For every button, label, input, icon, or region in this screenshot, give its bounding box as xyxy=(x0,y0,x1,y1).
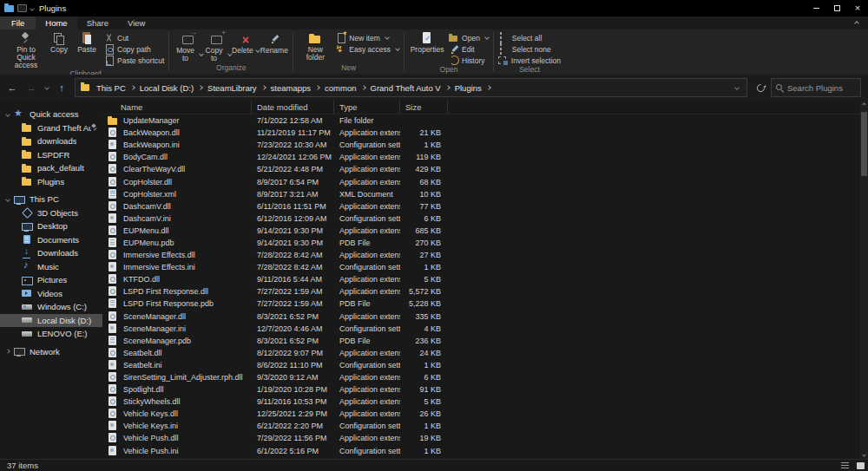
file-row-vehicle-push-dll[interactable]: Vehicle Push.dll7/29/2022 11:56 PMApplic… xyxy=(102,432,868,444)
sidebar-item-videos[interactable]: Videos xyxy=(0,287,102,301)
breadcrumb-expand-button[interactable] xyxy=(314,86,321,89)
sidebar-item-documents[interactable]: Documents xyxy=(0,233,102,247)
file-row-vehicle-keys-ini[interactable]: Vehicle Keys.ini6/21/2022 2:20 PMConfigu… xyxy=(102,420,868,432)
file-row-immersive-effects-ini[interactable]: Immersive Effects.ini7/28/2022 8:42 AMCo… xyxy=(102,261,868,273)
breadcrumb-segment-local-disk-d[interactable]: Local Disk (D:) xyxy=(136,83,197,93)
scrollbar-thumb[interactable] xyxy=(861,112,867,176)
file-row-scenemanager-dll[interactable]: SceneManager.dll8/3/2021 6:52 PMApplicat… xyxy=(102,311,868,323)
file-row-ktfdo-dll[interactable]: KTFDO.dll9/11/2016 5:44 AMApplication ex… xyxy=(102,273,868,285)
file-row-seatbelt-ini[interactable]: Seatbelt.ini8/6/2022 11:10 PMConfigurati… xyxy=(102,359,868,371)
breadcrumb-expand-button[interactable] xyxy=(197,86,204,89)
recent-locations-button[interactable] xyxy=(42,79,51,96)
easy-access-button[interactable]: ↯ Easy access xyxy=(335,44,399,54)
qat-chevron-down-icon[interactable] xyxy=(30,6,35,11)
search-input[interactable] xyxy=(787,83,857,93)
history-button[interactable]: History xyxy=(448,56,489,65)
ribbon-collapse-button[interactable] xyxy=(845,16,868,29)
new-item-button[interactable]: New item xyxy=(335,33,399,43)
column-header-size[interactable]: Size xyxy=(400,101,448,114)
new-folder-button[interactable]: New folder xyxy=(298,30,332,62)
sidebar-item-pictures[interactable]: Pictures xyxy=(0,273,102,287)
file-row-vehicle-keys-dll[interactable]: Vehicle Keys.dll12/25/2021 2:29 PMApplic… xyxy=(102,408,868,420)
refresh-button[interactable] xyxy=(752,79,769,96)
search-box[interactable] xyxy=(771,78,861,97)
properties-button[interactable]: Properties xyxy=(409,30,445,54)
breadcrumb-segment-steamapps[interactable]: steamapps xyxy=(267,83,314,93)
edit-button[interactable]: Edit xyxy=(448,44,489,54)
sidebar-item-lenovo-e[interactable]: LENOVO (E:) xyxy=(0,327,102,341)
sidebar-item-3d-objects[interactable]: 3D Objects xyxy=(0,206,102,220)
sidebar-item-desktop[interactable]: Desktop xyxy=(0,219,102,233)
file-row-sirensetting-limit-adjuster-rph-dll[interactable]: SirenSetting_Limit_Adjuster.rph.dll9/3/2… xyxy=(102,371,868,383)
move-to-button[interactable]: Move to xyxy=(174,30,202,62)
column-header-name[interactable]: Name xyxy=(102,101,252,114)
thumbnails-view-button[interactable] xyxy=(852,460,868,471)
file-row-dashcamv-dll[interactable]: DashcamV.dll6/11/2016 11:51 PMApplicatio… xyxy=(102,200,868,213)
pin-to-quick-access-button[interactable]: Pin to Quick access xyxy=(7,30,45,69)
breadcrumb-segment-this-pc[interactable]: This PC xyxy=(93,83,129,93)
file-row-dashcamv-ini[interactable]: DashcamV.ini6/12/2016 12:09 AMConfigurat… xyxy=(102,213,868,225)
copy-button[interactable]: Copy xyxy=(45,30,73,54)
paste-button[interactable]: Paste xyxy=(73,30,101,54)
file-row-vehicle-push-ini[interactable]: Vehicle Push.ini6/1/2022 5:16 PMConfigur… xyxy=(102,445,868,457)
scroll-up-button[interactable] xyxy=(860,101,868,108)
sidebar-item-plugins[interactable]: Plugins xyxy=(0,175,102,189)
sidebar-item-windows-c[interactable]: Windows (C:) xyxy=(0,300,102,314)
breadcrumb-segment-common[interactable]: common xyxy=(321,83,359,93)
address-field[interactable]: This PCLocal Disk (D:)SteamLibrarysteama… xyxy=(75,78,747,97)
chevron-down-icon[interactable] xyxy=(5,112,10,117)
select-none-button[interactable]: Select none xyxy=(498,44,561,54)
file-row-bodycam-dll[interactable]: BodyCam.dll12/24/2021 12:06 PMApplicatio… xyxy=(102,151,868,163)
cut-button[interactable]: Cut xyxy=(103,33,164,43)
file-row-spotlight-dll[interactable]: Spotlight.dll1/19/2020 10:28 PMApplicati… xyxy=(102,383,868,396)
back-button[interactable]: ← xyxy=(3,79,21,96)
file-row-backweapon-ini[interactable]: BackWeapon.ini7/23/2022 10:30 AMConfigur… xyxy=(102,139,868,151)
file-row-updatemanager[interactable]: UpdateManager7/1/2022 12:58 AMFile folde… xyxy=(102,114,868,127)
file-row-scenemanager-pdb[interactable]: SceneManager.pdb8/3/2021 6:52 PMPDB File… xyxy=(102,335,868,347)
breadcrumb-expand-button[interactable] xyxy=(129,86,136,89)
chevron-right-icon[interactable] xyxy=(5,349,10,354)
close-button[interactable]: × xyxy=(847,0,868,16)
breadcrumb-segment-plugins[interactable]: Plugins xyxy=(451,83,485,93)
tab-share[interactable]: Share xyxy=(77,16,118,29)
details-view-button[interactable] xyxy=(837,460,852,471)
maximize-button[interactable] xyxy=(826,0,847,16)
breadcrumb-segment-steamlibrary[interactable]: SteamLibrary xyxy=(204,83,260,93)
file-row-copholster-dll[interactable]: CopHolster.dll8/9/2017 6:54 PMApplicatio… xyxy=(102,175,868,187)
breadcrumb-expand-button[interactable] xyxy=(360,86,367,89)
file-row-clearthewayv-dll[interactable]: ClearTheWayV.dll5/21/2022 4:48 PMApplica… xyxy=(102,163,868,175)
file-row-lspd-first-response-pdb[interactable]: LSPD First Response.pdb7/27/2022 1:59 AM… xyxy=(102,298,868,310)
sidebar-item-lspdfr[interactable]: LSPDFR xyxy=(0,148,102,162)
minimize-button[interactable] xyxy=(806,0,826,16)
sidebar-section-quick-access[interactable]: Quick access xyxy=(0,108,102,121)
invert-selection-button[interactable]: Invert selection xyxy=(498,56,561,65)
scroll-down-button[interactable] xyxy=(860,451,868,459)
sidebar-item-downloads[interactable]: Downloads xyxy=(0,246,102,260)
file-row-seatbelt-dll[interactable]: Seatbelt.dll8/12/2022 9:07 PMApplication… xyxy=(102,347,868,359)
chevron-down-icon[interactable] xyxy=(5,197,10,202)
file-row-stickywheels-dll[interactable]: StickyWheels.dll9/11/2016 10:53 PMApplic… xyxy=(102,396,868,408)
select-all-button[interactable]: Select all xyxy=(498,33,561,43)
file-row-immersive-effects-dll[interactable]: Immersive Effects.dll7/28/2022 8:42 AMAp… xyxy=(102,249,868,261)
tab-file[interactable]: File xyxy=(0,16,36,29)
address-dropdown-button[interactable] xyxy=(731,86,743,89)
rename-button[interactable]: Rename xyxy=(260,30,288,55)
tab-home[interactable]: Home xyxy=(36,16,76,29)
up-button[interactable]: ↑ xyxy=(53,79,70,96)
breadcrumb-segment-grand-theft-auto-v[interactable]: Grand Theft Auto V xyxy=(367,83,444,93)
sidebar-item-downloads[interactable]: downloads xyxy=(0,134,102,148)
column-header-date-modified[interactable]: Date modified xyxy=(252,101,334,114)
file-row-eupmenu-dll[interactable]: EUPMenu.dll9/14/2021 9:30 PMApplication … xyxy=(102,225,868,237)
breadcrumb-expand-button[interactable] xyxy=(485,86,492,89)
sidebar-section-this-pc[interactable]: This PC xyxy=(0,193,102,206)
copy-path-button[interactable]: Copy path xyxy=(103,44,164,54)
quick-access-toolbar-button[interactable] xyxy=(17,4,27,12)
sidebar-item-grand-theft-auto-v[interactable]: Grand Theft Auto V xyxy=(0,121,102,135)
sidebar-section-network[interactable]: Network xyxy=(0,345,102,359)
breadcrumb-expand-button[interactable] xyxy=(444,86,451,89)
open-button[interactable]: Open xyxy=(448,33,489,43)
file-row-eupmenu-pdb[interactable]: EUPMenu.pdb9/14/2021 9:30 PMPDB File270 … xyxy=(102,237,868,249)
copy-to-button[interactable]: Copy to xyxy=(202,30,231,62)
sidebar-item-local-disk-d[interactable]: Local Disk (D:) xyxy=(0,314,102,328)
column-header-type[interactable]: Type xyxy=(334,101,400,114)
